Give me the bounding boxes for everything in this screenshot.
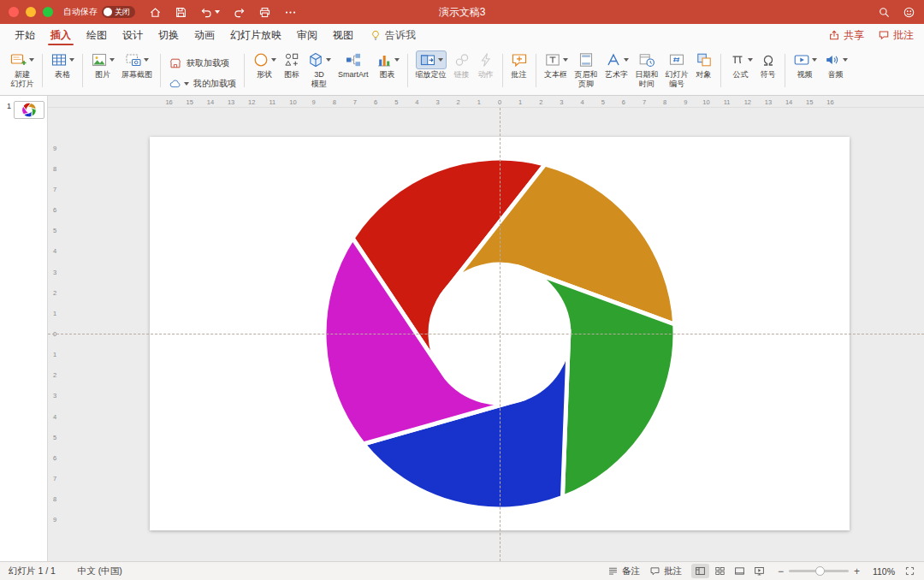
undo-button[interactable] [200, 6, 220, 19]
vruler-label: 5 [53, 227, 56, 234]
ribbon-toolbar: 新建 幻灯片表格图片屏幕截图获取加载项我的加载项形状图标3D 模型SmartAr… [0, 46, 924, 96]
ribbon-wordart-button[interactable]: 艺术字 [601, 49, 632, 81]
hruler-label: 2 [457, 98, 460, 106]
ribbon-equation-button[interactable]: 公式 [726, 49, 756, 81]
ribbon-group: 缩放定位链接动作 [411, 48, 500, 93]
view-sorter-button[interactable] [711, 564, 729, 578]
wordart-icon [605, 51, 622, 68]
zoom-slider-handle[interactable] [815, 566, 825, 576]
ribbon-symbol-button[interactable]: 符号 [756, 49, 780, 81]
language-indicator[interactable]: 中文 (中国) [78, 565, 122, 577]
feedback-button[interactable] [903, 6, 915, 19]
ribbon-video-label: 视频 [797, 70, 813, 80]
ribbon-slide-number-button[interactable]: 幻灯片 编号 [662, 49, 692, 91]
dropdown-caret [438, 58, 443, 62]
ribbon-new-slide-button[interactable]: 新建 幻灯片 [7, 49, 38, 91]
autosave-switch[interactable]: 关闭 [102, 6, 135, 18]
ribbon-object-button[interactable]: 对象 [692, 49, 716, 81]
ribbon-date-time-button[interactable]: 日期和 时间 [632, 49, 662, 91]
tab-slideshow[interactable]: 幻灯片放映 [222, 24, 289, 46]
ribbon-audio-label: 音频 [828, 70, 844, 80]
ribbon-zoom-button[interactable]: 缩放定位 [412, 49, 450, 81]
share-button[interactable]: 共享 [828, 28, 864, 43]
tab-insert[interactable]: 插入 [43, 24, 79, 46]
work-area: 1 16151413121110987654321012345678910111… [0, 96, 924, 561]
ribbon-video-button[interactable]: 视频 [790, 49, 820, 81]
ribbon-icons-button[interactable]: 图标 [280, 49, 304, 81]
ribbon-get-add-ins-label: 获取加载项 [187, 58, 229, 68]
group-separator [82, 54, 83, 87]
view-reading-button[interactable] [731, 564, 749, 578]
ribbon-shapes-button[interactable]: 形状 [249, 49, 280, 81]
ribbon-get-add-ins-button[interactable]: 获取加载项 [165, 56, 233, 71]
ribbon-smartart-button[interactable]: SmartArt [335, 49, 372, 81]
vruler-label: 7 [53, 475, 56, 482]
autosave-toggle[interactable]: 自动保存 关闭 [63, 6, 135, 18]
ribbon-comment-button[interactable]: 批注 [507, 49, 531, 81]
hruler-label: 7 [643, 98, 646, 106]
print-button[interactable] [258, 6, 271, 19]
ribbon-3d-models-button[interactable]: 3D 模型 [304, 49, 335, 91]
home-button[interactable] [149, 6, 162, 19]
tab-review[interactable]: 审阅 [289, 24, 325, 46]
slide-canvas[interactable]: 9876543210123456789 [48, 108, 924, 561]
ribbon-pictures-button[interactable]: 图片 [87, 49, 118, 81]
tab-draw[interactable]: 绘图 [79, 24, 115, 46]
zoom-slider[interactable] [789, 570, 849, 572]
fullscreen-button[interactable] [43, 7, 53, 17]
headfoot-icon [578, 51, 595, 68]
tab-view[interactable]: 视图 [325, 24, 361, 46]
more-button[interactable] [284, 6, 297, 19]
zoom-in-button[interactable]: + [854, 565, 860, 577]
tellme-button[interactable]: 告诉我 [361, 24, 424, 46]
status-bar: 幻灯片 1 / 1中文 (中国)备注批注−+110% [0, 561, 924, 580]
comments-button[interactable]: 批注 [878, 28, 914, 43]
ribbon-text-box-button[interactable]: 文本框 [541, 49, 572, 81]
close-button[interactable] [9, 7, 19, 17]
ribbon-screenshot-button[interactable]: 屏幕截图 [118, 49, 156, 81]
smartart-icon [345, 51, 362, 68]
minimize-button[interactable] [26, 7, 36, 17]
ribbon-my-add-ins-button[interactable]: 我的加载项 [165, 76, 240, 92]
zoom-level[interactable]: 110% [869, 566, 895, 577]
slide-thumbnail[interactable]: 1 [4, 101, 44, 119]
view-show-button[interactable] [750, 564, 768, 578]
ribbon-table-button[interactable]: 表格 [47, 49, 78, 81]
share-icon [828, 29, 840, 41]
tab-design[interactable]: 设计 [115, 24, 151, 46]
ribbon-3d-models-label: 3D 模型 [311, 70, 327, 89]
comments-button[interactable]: 批注 [649, 565, 682, 577]
vertical-guide[interactable] [500, 108, 500, 561]
notes-button[interactable]: 备注 [607, 565, 640, 577]
tab-animations[interactable]: 动画 [187, 24, 222, 46]
view-normal-button[interactable] [691, 564, 709, 578]
save-button[interactable] [175, 6, 187, 19]
search-button[interactable] [878, 6, 891, 19]
dropdown-caret [394, 58, 400, 62]
hruler-label: 15 [806, 98, 813, 106]
tab-transitions[interactable]: 切换 [151, 24, 187, 46]
dropdown-caret [271, 58, 276, 62]
ribbon-header-footer-button[interactable]: 页眉和 页脚 [572, 49, 601, 91]
ribbon-screenshot-label: 屏幕截图 [121, 70, 152, 80]
screenshot-icon [125, 51, 142, 68]
hruler-label: 0 [498, 98, 501, 106]
ribbon-chart-button[interactable]: 图表 [372, 49, 403, 81]
autosave-knob [104, 8, 112, 16]
slidenum-icon [668, 51, 685, 68]
powerpoint-window: 自动保存 关闭 演示文稿3 开始插入绘图设计切换动画幻灯片放映审阅视图告诉我共享… [0, 0, 924, 580]
titlebar-right-icons [878, 6, 915, 19]
dropdown-caret [748, 58, 753, 62]
ribbon-zoom-label: 缩放定位 [416, 70, 447, 80]
tellme-label: 告诉我 [385, 28, 416, 43]
ribbon-audio-button[interactable]: 音频 [820, 49, 851, 81]
tab-home[interactable]: 开始 [7, 24, 43, 46]
redo-button[interactable] [233, 6, 246, 19]
group-separator [502, 54, 503, 87]
dropdown-caret [624, 58, 629, 62]
zoom-out-button[interactable]: − [778, 565, 784, 577]
zoom-control: −+ [778, 565, 860, 577]
horizontal-guide[interactable] [48, 334, 924, 334]
slide-indicator[interactable]: 幻灯片 1 / 1 [9, 565, 56, 577]
fit-slide-button[interactable] [904, 565, 915, 577]
